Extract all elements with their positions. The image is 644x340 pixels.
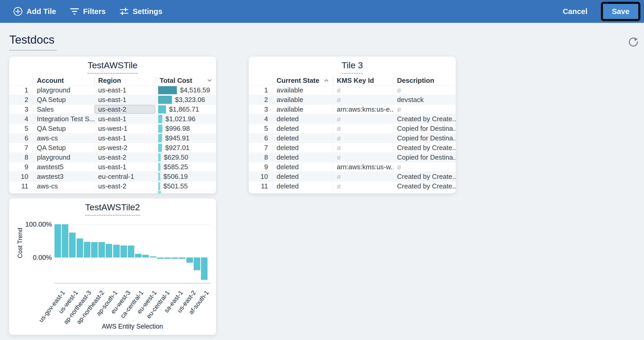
- column-header-kms-key-id[interactable]: KMS Key Id: [333, 77, 393, 84]
- cell-description[interactable]: Copied for Destina...: [393, 153, 456, 162]
- column-header-account[interactable]: Account: [33, 77, 94, 84]
- cell-description[interactable]: Copied for Destina...: [393, 133, 456, 143]
- cell-region[interactable]: us-east-2: [94, 153, 156, 162]
- cell-account[interactable]: QA Setup: [33, 124, 94, 133]
- cell-description[interactable]: ø: [393, 105, 456, 114]
- add-tile-button[interactable]: Add Tile: [13, 6, 56, 16]
- cell-total-cost[interactable]: $4,516.59: [156, 85, 216, 95]
- cell-current-state[interactable]: available: [273, 95, 333, 104]
- refresh-icon[interactable]: [627, 36, 639, 48]
- cell-current-state[interactable]: deleted: [273, 114, 333, 124]
- cell-kms-key-id[interactable]: ø: [333, 181, 393, 191]
- cell-region[interactable]: us-east-1: [94, 85, 156, 95]
- cell-total-cost[interactable]: $3,323.06: [156, 95, 216, 104]
- cell-description[interactable]: Created by Create...: [393, 172, 456, 181]
- cell-current-state[interactable]: deleted: [273, 124, 333, 133]
- cell-region[interactable]: us-east-1: [94, 133, 156, 143]
- chart-bar[interactable]: [201, 257, 207, 280]
- cell-kms-key-id[interactable]: ø: [333, 124, 393, 133]
- cell-total-cost[interactable]: $945.91: [156, 133, 216, 143]
- selected-cell[interactable]: us-east-2: [95, 105, 155, 114]
- filters-button[interactable]: Filters: [70, 7, 106, 16]
- cell-account[interactable]: awstest5: [33, 162, 94, 172]
- tile-title[interactable]: TestAWSTile2: [85, 202, 140, 216]
- cell-region[interactable]: eu-central-1: [94, 172, 156, 181]
- cell-account[interactable]: aws-cs: [33, 133, 94, 143]
- cell-account[interactable]: Sales: [33, 105, 94, 114]
- cell-kms-key-id[interactable]: ø: [333, 143, 393, 152]
- dashboard-title[interactable]: Testdocs: [9, 33, 57, 51]
- chart-bar[interactable]: [84, 242, 90, 257]
- chart-bar[interactable]: [194, 257, 200, 270]
- cell-region[interactable]: us-west-2: [94, 143, 156, 152]
- cell-description[interactable]: Created by Create...: [393, 143, 456, 152]
- cell-current-state[interactable]: deleted: [273, 172, 333, 181]
- cell-region[interactable]: us-east-2: [94, 105, 156, 114]
- cancel-button[interactable]: Cancel: [563, 7, 587, 16]
- cell-current-state[interactable]: available: [273, 105, 333, 114]
- cell-account[interactable]: awstest3: [33, 172, 94, 181]
- chart-bar[interactable]: [157, 257, 164, 259]
- chart-bar[interactable]: [172, 257, 178, 259]
- cell-region[interactable]: us-west-1: [94, 124, 156, 133]
- cell-region[interactable]: us-east-1: [94, 95, 156, 104]
- cell-total-cost[interactable]: $1,865.71: [156, 105, 216, 114]
- column-header-current-state[interactable]: Current State: [273, 77, 333, 84]
- chart-bar[interactable]: [62, 224, 68, 257]
- chart-bar[interactable]: [186, 257, 193, 263]
- cell-total-cost[interactable]: $501.55: [156, 181, 216, 191]
- tile-title[interactable]: TestAWSTile: [88, 60, 137, 74]
- column-header-total-cost[interactable]: Total Cost: [156, 77, 216, 84]
- cell-kms-key-id[interactable]: ø: [333, 153, 393, 162]
- cell-account[interactable]: playground: [33, 85, 94, 95]
- chart-bar[interactable]: [164, 257, 171, 259]
- cell-kms-key-id[interactable]: ø: [333, 133, 393, 143]
- cell-description[interactable]: Created by Create...: [393, 114, 456, 124]
- cell-kms-key-id[interactable]: ø: [333, 85, 393, 95]
- chart-bar[interactable]: [179, 257, 185, 259]
- chart-bar[interactable]: [135, 254, 142, 257]
- cell-description[interactable]: ø: [393, 85, 456, 95]
- cell-total-cost[interactable]: $1,021.96: [156, 114, 216, 124]
- cell-kms-key-id[interactable]: ø: [333, 95, 393, 104]
- cell-region[interactable]: us-east-1: [94, 162, 156, 172]
- chart-bar[interactable]: [120, 246, 127, 257]
- cell-region[interactable]: us-east-1: [94, 114, 156, 124]
- column-header-description[interactable]: Description: [393, 77, 456, 84]
- cell-total-cost[interactable]: $927.01: [156, 143, 216, 152]
- cell-description[interactable]: ø: [393, 162, 456, 172]
- chart-bar[interactable]: [113, 245, 120, 257]
- chart-bar[interactable]: [150, 256, 156, 257]
- cell-total-cost[interactable]: $585.25: [156, 162, 216, 172]
- tile-title[interactable]: Tile 3: [342, 60, 363, 74]
- cell-current-state[interactable]: deleted: [273, 162, 333, 172]
- chart-bar[interactable]: [98, 242, 105, 257]
- cell-current-state[interactable]: deleted: [273, 181, 333, 191]
- cell-total-cost[interactable]: $506.19: [156, 172, 216, 181]
- cell-total-cost[interactable]: $629.50: [156, 153, 216, 162]
- cell-kms-key-id[interactable]: ø: [333, 114, 393, 124]
- chart-bar[interactable]: [106, 244, 112, 257]
- cell-description[interactable]: Copied for Destina...: [393, 124, 456, 133]
- save-button[interactable]: Save: [603, 4, 638, 19]
- cell-account[interactable]: QA Setup: [33, 143, 94, 152]
- cell-current-state[interactable]: deleted: [273, 153, 333, 162]
- column-header-region[interactable]: Region: [94, 77, 156, 84]
- cell-current-state[interactable]: deleted: [273, 143, 333, 152]
- cell-account[interactable]: aws-cs: [33, 181, 94, 191]
- cell-account[interactable]: QA Setup: [33, 95, 94, 104]
- cell-description[interactable]: Created by Create...: [393, 181, 456, 191]
- cell-region[interactable]: us-east-2: [94, 181, 156, 191]
- cell-current-state[interactable]: available: [273, 85, 333, 95]
- chart-bar[interactable]: [91, 242, 98, 257]
- cell-kms-key-id[interactable]: arn:aws:kms:us-w...: [333, 162, 393, 172]
- settings-button[interactable]: Settings: [119, 6, 162, 16]
- cell-kms-key-id[interactable]: ø: [333, 172, 393, 181]
- chart-bar[interactable]: [69, 233, 76, 257]
- cell-description[interactable]: devstack: [393, 95, 456, 104]
- chart-bar[interactable]: [77, 239, 83, 257]
- chart-bar[interactable]: [142, 255, 149, 257]
- cell-current-state[interactable]: deleted: [273, 133, 333, 143]
- cell-account[interactable]: Integration Test S...: [33, 114, 94, 124]
- chart-bar[interactable]: [55, 224, 61, 257]
